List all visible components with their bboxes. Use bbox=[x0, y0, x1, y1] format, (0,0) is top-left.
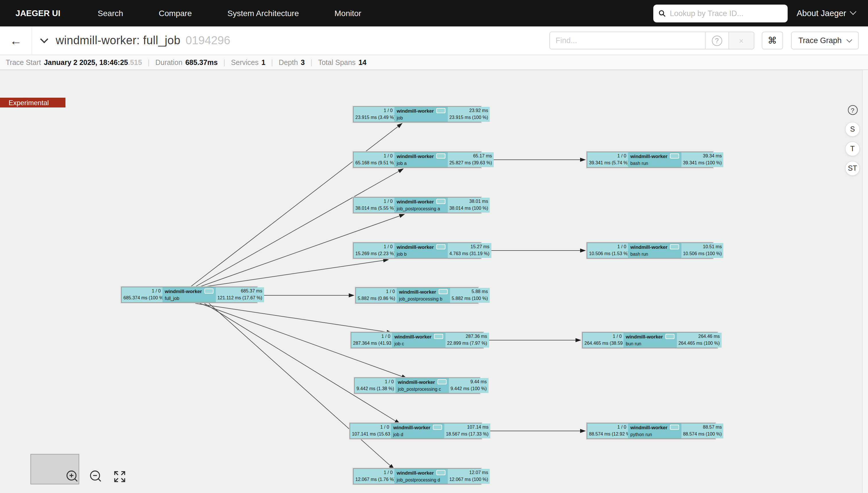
service-color-swatch bbox=[670, 153, 679, 158]
span-operation-name: full_job bbox=[165, 295, 213, 302]
span-node[interactable]: 1 / 0 15.269 ms (2.23 %) windmill-worker… bbox=[353, 242, 481, 259]
span-duration: 88.57 ms bbox=[683, 424, 722, 431]
service-color-swatch bbox=[670, 244, 679, 249]
separator: | bbox=[271, 58, 273, 66]
span-service-name: windmill-worker bbox=[165, 288, 202, 294]
span-service-name: windmill-worker bbox=[399, 289, 436, 295]
span-self-time: 18.567 ms (17.33 %) bbox=[446, 431, 488, 438]
span-self-time: 25.827 ms (39.63 %) bbox=[449, 160, 492, 167]
span-node[interactable]: 1 / 0 264.465 ms (38.59 %) windmill-work… bbox=[582, 332, 717, 348]
back-button[interactable]: ← bbox=[0, 26, 32, 55]
span-subtree-time: 88.574 ms (12.92 %) bbox=[589, 431, 626, 438]
trace-view-label: Trace Graph bbox=[798, 36, 842, 45]
span-service-row: windmill-worker bbox=[398, 379, 446, 386]
nav-item-search[interactable]: Search bbox=[98, 8, 123, 18]
reset-zoom-button[interactable] bbox=[113, 469, 127, 484]
collapse-trace-button[interactable] bbox=[41, 35, 47, 46]
graph-node-layer: 1 / 0 685.374 ms (100 %) windmill-worker… bbox=[0, 70, 868, 493]
span-node-stats-left: 1 / 0 10.506 ms (1.53 %) bbox=[587, 243, 628, 258]
jaeger-ui-app: JAEGER UI Search Compare System Architec… bbox=[0, 0, 868, 493]
nav-item-system-architecture[interactable]: System Architecture bbox=[227, 8, 299, 18]
span-node[interactable]: 1 / 0 10.506 ms (1.53 %) windmill-worker… bbox=[587, 242, 713, 259]
span-service-row: windmill-worker bbox=[397, 107, 445, 115]
span-node-stats-left: 1 / 0 12.067 ms (1.76 %) bbox=[353, 469, 394, 484]
help-icon: ? bbox=[851, 107, 854, 113]
span-node[interactable]: 1 / 0 12.067 ms (1.76 %) windmill-worker… bbox=[353, 468, 481, 485]
span-subtree-time: 107.141 ms (15.63 %) bbox=[352, 431, 389, 438]
total-spans-value: 14 bbox=[359, 58, 367, 66]
span-node-stats-left: 1 / 0 287.364 ms (41.93 %) bbox=[351, 333, 392, 348]
mode-button-selftime-time[interactable]: ST bbox=[845, 161, 860, 176]
nav-item-monitor[interactable]: Monitor bbox=[335, 8, 361, 18]
span-node[interactable]: 1 / 0 88.574 ms (12.92 %) windmill-worke… bbox=[587, 423, 715, 439]
span-duration: 65.17 ms bbox=[449, 153, 492, 160]
graph-help-button[interactable]: ? bbox=[848, 105, 858, 115]
duration-value: 685.37ms bbox=[185, 58, 218, 66]
span-self-time: 264.465 ms (100 %) bbox=[678, 340, 719, 347]
span-node[interactable]: 1 / 0 9.442 ms (1.38 %) windmill-worker … bbox=[354, 378, 480, 393]
span-node-stats-right: 88.57 ms 88.574 ms (100 %) bbox=[681, 424, 723, 438]
span-subtree-time: 15.269 ms (2.23 %) bbox=[355, 251, 393, 257]
span-node-main: windmill-worker job c bbox=[392, 333, 445, 348]
brand-logo[interactable]: JAEGER UI bbox=[16, 8, 60, 18]
service-color-swatch bbox=[436, 153, 445, 158]
span-subtree-time: 287.364 ms (41.93 %) bbox=[353, 340, 390, 347]
span-node-main: windmill-worker full_job bbox=[162, 287, 215, 302]
trace-id-lookup-input[interactable] bbox=[670, 9, 782, 18]
find-input[interactable] bbox=[550, 32, 705, 49]
span-subtree-time: 5.882 ms (0.86 %) bbox=[358, 295, 395, 302]
span-subtree-time: 685.374 ms (100 %) bbox=[123, 295, 161, 302]
zoom-in-button[interactable] bbox=[65, 469, 79, 484]
scrollbar-track[interactable] bbox=[862, 70, 868, 493]
fullscreen-expand-icon bbox=[113, 469, 127, 484]
trace-title: windmill-worker: full_job bbox=[56, 34, 181, 47]
span-count: 1 / 0 bbox=[589, 244, 626, 251]
service-color-swatch bbox=[437, 379, 446, 384]
span-node-stats-left: 1 / 0 685.374 ms (100 %) bbox=[122, 287, 162, 302]
span-node[interactable]: 1 / 0 685.374 ms (100 %) windmill-worker… bbox=[121, 287, 257, 303]
span-node-main: windmill-worker job_postprocessing d bbox=[394, 469, 448, 484]
span-service-name: windmill-worker bbox=[397, 108, 434, 114]
trace-view-selector[interactable]: Trace Graph bbox=[791, 31, 859, 49]
span-node[interactable]: 1 / 0 287.364 ms (41.93 %) windmill-work… bbox=[351, 332, 483, 348]
zoom-out-button[interactable] bbox=[88, 469, 103, 484]
about-jaeger-menu[interactable]: About Jaeger bbox=[797, 8, 855, 18]
span-self-time: 88.574 ms (100 %) bbox=[683, 431, 722, 438]
magnifier-plus-icon bbox=[65, 469, 79, 484]
keyboard-shortcuts-button[interactable]: ⌘ bbox=[761, 31, 783, 49]
span-duration: 12.07 ms bbox=[449, 469, 488, 476]
separator: | bbox=[311, 58, 313, 66]
trace-id-short: 0194296 bbox=[186, 34, 230, 47]
span-service-name: windmill-worker bbox=[626, 334, 663, 340]
span-node-stats-left: 1 / 0 5.882 ms (0.86 %) bbox=[356, 288, 397, 303]
span-operation-name: bash run bbox=[630, 251, 679, 258]
chevron-down-icon bbox=[846, 37, 852, 43]
span-node-stats-left: 1 / 0 38.014 ms (5.55 %) bbox=[353, 198, 394, 213]
span-service-row: windmill-worker bbox=[165, 288, 213, 295]
nav-item-compare[interactable]: Compare bbox=[159, 8, 192, 18]
span-count: 1 / 0 bbox=[353, 333, 390, 340]
span-self-time: 10.506 ms (100 %) bbox=[683, 251, 722, 257]
span-subtree-time: 38.014 ms (5.55 %) bbox=[355, 205, 393, 212]
mode-button-selftime[interactable]: S bbox=[845, 122, 860, 137]
find-clear-button[interactable]: × bbox=[728, 32, 753, 49]
duration-label: Duration bbox=[155, 58, 183, 66]
span-self-time: 38.014 ms (100 %) bbox=[449, 205, 488, 212]
span-node-stats-right: 107.14 ms 18.567 ms (17.33 %) bbox=[444, 424, 490, 438]
trace-graph-canvas[interactable]: Experimental 1 / 0 685.374 ms (100 %) wi… bbox=[0, 70, 868, 493]
trace-id-lookup[interactable] bbox=[653, 4, 787, 22]
span-node[interactable]: 1 / 0 5.882 ms (0.86 %) windmill-worker … bbox=[355, 287, 478, 303]
span-node-stats-right: 65.17 ms 25.827 ms (39.63 %) bbox=[448, 152, 494, 167]
span-node[interactable]: 1 / 0 38.014 ms (5.55 %) windmill-worker… bbox=[353, 197, 481, 213]
span-node-stats-left: 1 / 0 23.915 ms (3.49 %) bbox=[353, 107, 394, 122]
span-node[interactable]: 1 / 0 39.341 ms (5.74 %) windmill-worker… bbox=[587, 152, 713, 168]
span-subtree-time: 39.341 ms (5.74 %) bbox=[589, 160, 626, 167]
span-node[interactable]: 1 / 0 107.141 ms (15.63 %) windmill-work… bbox=[350, 423, 482, 439]
mode-button-time[interactable]: T bbox=[845, 141, 860, 156]
span-node-stats-right: 264.46 ms 264.465 ms (100 %) bbox=[677, 333, 721, 348]
span-node[interactable]: 1 / 0 65.168 ms (9.51 %) windmill-worker… bbox=[353, 152, 481, 168]
span-operation-name: job b bbox=[397, 251, 445, 258]
span-node[interactable]: 1 / 0 23.915 ms (3.49 %) windmill-worker… bbox=[353, 106, 481, 122]
find-help-button[interactable]: ? bbox=[705, 32, 728, 49]
span-node-main: windmill-worker job b bbox=[394, 243, 448, 258]
